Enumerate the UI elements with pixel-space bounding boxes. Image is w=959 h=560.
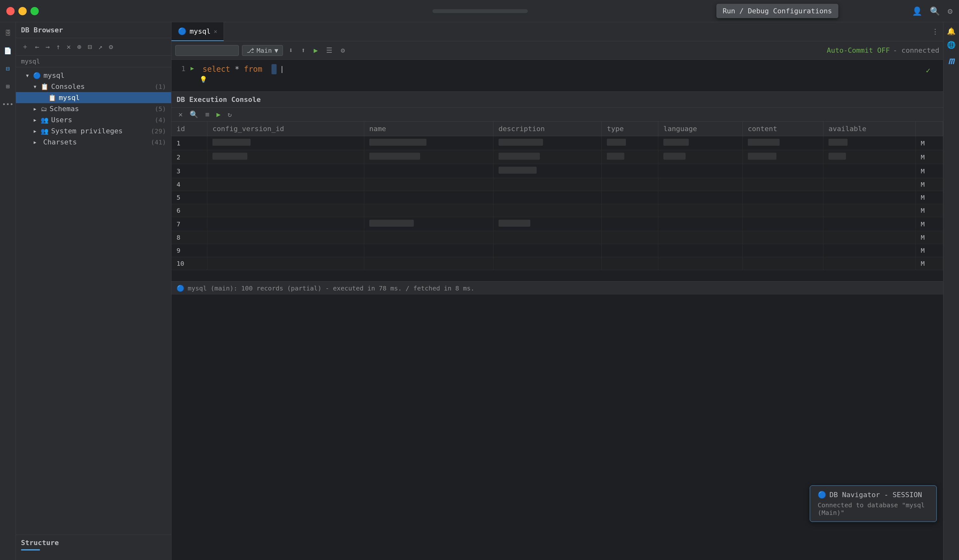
chevron-right-icon: ▶ — [33, 140, 38, 145]
db-browser-header: DB Browser — [16, 22, 171, 38]
close-window-button[interactable] — [6, 7, 14, 15]
table-row[interactable]: 8M — [172, 231, 943, 244]
console-refresh-button[interactable]: ↻ — [226, 109, 234, 120]
tree-count-users: (4) — [155, 116, 166, 124]
chevron-down-icon: ▼ — [26, 73, 30, 78]
tree-label-mysql-console: mysql — [59, 94, 166, 102]
tab-close-button[interactable]: ✕ — [214, 28, 217, 35]
tree-item-users[interactable]: ▶ 👥 Users (4) — [16, 114, 171, 126]
run-line-button[interactable]: ▶ — [191, 65, 199, 72]
notification-body: Connected to database "mysql (Main)" — [818, 501, 929, 517]
sidebar-icon-grid[interactable]: ⊞ — [2, 81, 14, 92]
tree-item-system-privileges[interactable]: ▶ 👥 System privileges (29) — [16, 126, 171, 137]
structure-title: Structure — [21, 539, 166, 547]
branch-chevron-icon: ▼ — [274, 47, 278, 54]
cell-content — [742, 136, 823, 150]
editor-search-input[interactable] — [175, 45, 239, 56]
sidebar-icon-file[interactable]: 📄 — [2, 45, 14, 57]
sidebar-icon-active[interactable]: ⊟ — [2, 63, 14, 74]
col-header-config-version-id: config_version_id — [207, 122, 364, 136]
table-row[interactable]: 1 M — [172, 136, 943, 150]
output-btn[interactable]: ☰ — [323, 45, 335, 56]
tree-item-schemas[interactable]: ▶ 🗂 Schemas (5) — [16, 103, 171, 114]
db-icon: 🔵 — [33, 72, 41, 80]
col-header-language: language — [658, 122, 743, 136]
tree-count-consoles: (1) — [155, 83, 166, 91]
table-row[interactable]: 10M — [172, 257, 943, 270]
cell-available — [823, 136, 916, 150]
back-button[interactable]: ← — [33, 41, 41, 52]
sql-line-1: 1 ▶ select * from — [172, 65, 943, 76]
col-header-content: content — [742, 122, 823, 136]
title-bar-search[interactable] — [433, 9, 528, 13]
notification-bell-icon[interactable]: 🔔 — [947, 27, 956, 35]
main-content: 🔵 mysql ✕ ⋮ ⎇ Main ▼ ⬇ ⬆ ▶ ☰ ⚙ Auto-Comm… — [172, 22, 943, 560]
cell-language — [658, 136, 743, 150]
line-number-1: 1 — [172, 65, 191, 73]
account-icon[interactable]: 👤 — [912, 6, 922, 16]
editor-toolbar: ⎇ Main ▼ ⬇ ⬆ ▶ ☰ ⚙ Auto-Commit OFF - con… — [172, 41, 943, 60]
tab-mysql[interactable]: 🔵 mysql ✕ — [172, 22, 224, 41]
col-header-id: id — [172, 122, 207, 136]
table-row[interactable]: 5M — [172, 191, 943, 204]
tab-bar-spacer — [224, 22, 927, 41]
sql-line-2: 💡 — [172, 76, 943, 86]
main-layout: 🗄 📄 ⊟ ⊞ ••• DB Browser ＋ ← → ↑ ✕ ⊕ ⊟ ↗ ⚙… — [0, 22, 959, 560]
notification-popup: 🔵 DB Navigator - SESSION Connected to da… — [810, 485, 937, 522]
maximize-window-button[interactable] — [30, 7, 39, 15]
minimize-window-button[interactable] — [18, 7, 27, 15]
refresh-icon[interactable]: ⊕ — [75, 41, 83, 52]
table-row[interactable]: 3 M — [172, 164, 943, 178]
tree-item-charsets[interactable]: ▶ Charsets (41) — [16, 137, 171, 148]
table-row[interactable]: 6M — [172, 204, 943, 217]
config-btn[interactable]: ⚙ — [338, 45, 347, 56]
tree-item-mysql-root[interactable]: ▼ 🔵 mysql — [16, 70, 171, 81]
run-button[interactable]: ▶ — [311, 45, 320, 56]
col-header-extra — [916, 122, 943, 136]
upload-btn[interactable]: ⬆ — [298, 45, 308, 56]
sidebar-icon-dot[interactable]: ••• — [2, 99, 14, 110]
console-list-button[interactable]: ≡ — [203, 109, 211, 120]
tree-label-users: Users — [51, 116, 152, 124]
sidebar-icon-db[interactable]: 🗄 — [2, 27, 14, 39]
console-status-text: mysql (main): 100 records (partial) - ex… — [188, 285, 475, 292]
console-icon[interactable]: ⊟ — [86, 41, 94, 52]
tree-container: ▼ 🔵 mysql ▼ 📋 Consoles (1) 📋 mysql ▶ 🗂 — [16, 67, 171, 535]
table-row[interactable]: 9M — [172, 244, 943, 257]
download-btn[interactable]: ⬇ — [286, 45, 295, 56]
cell-extra: M — [916, 136, 943, 150]
table-row[interactable]: 4M — [172, 178, 943, 191]
tree-count-schemas: (5) — [155, 105, 166, 113]
console-run-active-button[interactable]: ▶ — [215, 109, 223, 120]
right-sidebar-icon-1[interactable]: 🌐 — [947, 41, 956, 49]
forward-button[interactable]: → — [43, 41, 51, 52]
search-icon[interactable]: 🔍 — [930, 6, 940, 16]
open-icon[interactable]: ↗ — [97, 41, 105, 52]
tab-bar-menu-button[interactable]: ⋮ — [927, 22, 943, 41]
traffic-lights — [6, 7, 39, 15]
structure-bar — [21, 549, 40, 550]
collapse-button[interactable]: ↑ — [54, 41, 62, 52]
title-bar-right: 👤 🔍 ⚙ — [912, 6, 953, 16]
tab-bar: 🔵 mysql ✕ ⋮ — [172, 22, 943, 41]
console-search-button[interactable]: 🔍 — [188, 109, 200, 120]
col-header-available: available — [823, 122, 916, 136]
branch-selector[interactable]: ⎇ Main ▼ — [242, 45, 283, 56]
tree-item-consoles[interactable]: ▼ 📋 Consoles (1) — [16, 81, 171, 92]
chevron-right-icon: ▶ — [33, 107, 38, 111]
db-breadcrumb: mysql — [16, 56, 171, 67]
structure-panel: Structure — [16, 535, 171, 560]
table-row[interactable]: 2 M — [172, 150, 943, 164]
console-header: DB Execution Console — [172, 92, 943, 108]
add-connection-button[interactable]: ＋ — [20, 41, 30, 53]
tree-item-mysql-console[interactable]: 📋 mysql — [16, 92, 171, 103]
table-row[interactable]: 7 M — [172, 217, 943, 231]
chevron-right-icon: ▶ — [33, 118, 38, 123]
console-close-button[interactable]: ✕ — [177, 109, 185, 120]
settings-icon[interactable]: ⚙ — [948, 6, 953, 16]
properties-icon[interactable]: ⚙ — [107, 41, 115, 52]
system-priv-icon: 👥 — [41, 127, 49, 135]
sql-editor[interactable]: 1 ▶ select * from 💡 ✓ — [172, 60, 943, 91]
close-button[interactable]: ✕ — [65, 41, 73, 52]
console-file-icon: 📋 — [48, 94, 56, 102]
